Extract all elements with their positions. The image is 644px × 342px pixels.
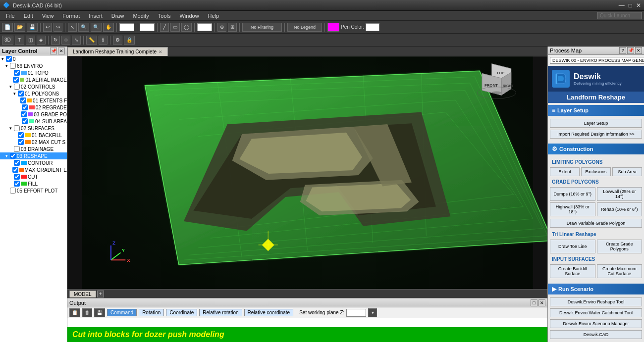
layer-setup-btn[interactable]: Layer Setup	[550, 119, 642, 128]
highwall-btn[interactable]: Highwall (33% or 18°)	[550, 202, 595, 216]
output-copy-btn[interactable]: 📋	[69, 308, 80, 317]
create-max-cut-btn[interactable]: Create Maximum Cut Surface	[597, 264, 643, 278]
minimize-btn[interactable]: —	[619, 2, 625, 9]
sub-area-btn[interactable]: Sub Area	[612, 167, 642, 176]
draw-line-btn[interactable]: ╱	[160, 23, 169, 32]
menu-format[interactable]: Format	[58, 12, 84, 20]
exclusions-btn[interactable]: Exclusions	[581, 167, 611, 176]
viewport-canvas[interactable]: X Y Z TOP FRONT RIGHT	[67, 56, 547, 289]
draw-circle-btn[interactable]: ◯	[181, 23, 192, 32]
tree-item-contour[interactable]: CONTOUR	[0, 159, 67, 166]
tree-check-01topo[interactable]	[14, 70, 20, 76]
maximize-btn[interactable]: □	[629, 2, 632, 9]
tree-item-05effort[interactable]: 05 EFFORT PLOT	[0, 187, 67, 194]
menu-view[interactable]: View	[38, 12, 58, 20]
output-tab-rotation[interactable]: Rotation	[139, 309, 164, 316]
tree-check-66enviro[interactable]	[10, 63, 16, 69]
output-tab-coordinate[interactable]: Coordinate	[166, 309, 197, 316]
tree-check-03grade[interactable]	[21, 111, 27, 117]
lock-btn[interactable]: 🔒	[124, 36, 135, 45]
filter-btn[interactable]: No Filtering	[242, 23, 282, 32]
tree-check-04subarea[interactable]	[22, 118, 28, 124]
draw-variable-grade-btn[interactable]: Draw Variable Grade Polygon	[550, 219, 642, 228]
menu-insert[interactable]: Insert	[85, 12, 107, 20]
tree-check-contour[interactable]	[14, 160, 20, 166]
tree-check-01extents[interactable]	[20, 98, 26, 103]
tree-item-root[interactable]: ▾ 0	[0, 55, 67, 62]
scenario-manager-btn[interactable]: Deswik.Enviro Scenario Manager	[550, 319, 642, 328]
tree-check-02maxcut[interactable]	[18, 139, 24, 145]
output-clear-btn[interactable]: 🗑	[82, 308, 92, 317]
tree-item-01backfill[interactable]: 01 BACKFILL	[0, 132, 67, 139]
output-header-btns[interactable]: □ ✕	[531, 299, 545, 306]
deswik-cad-btn[interactable]: Deswik.CAD	[550, 330, 642, 339]
output-save-btn[interactable]: 💾	[94, 308, 105, 317]
menu-window[interactable]: Window	[175, 12, 203, 20]
menu-tools[interactable]: Tools	[154, 12, 175, 20]
tree-item-01aerial[interactable]: 01 AERIAL IMAGE	[0, 76, 67, 83]
menu-draw[interactable]: Draw	[107, 12, 128, 20]
info-btn[interactable]: ℹ	[99, 36, 107, 45]
size-input-3[interactable]: 35	[197, 23, 212, 31]
open-btn[interactable]: 📂	[14, 23, 25, 32]
tree-item-cut[interactable]: CUT	[0, 173, 67, 180]
view-iso-btn[interactable]: ◈	[37, 36, 46, 45]
viewport-tab-close[interactable]: ✕	[159, 49, 162, 54]
working-plane-input[interactable]: 0.0	[346, 309, 366, 317]
rotate-btn[interactable]: ↻	[51, 36, 60, 45]
menu-file[interactable]: File	[2, 12, 19, 20]
create-backfill-btn[interactable]: Create Backfill Surface	[550, 264, 595, 278]
import-design-btn[interactable]: Import Required Design Information >>	[550, 130, 642, 139]
tree-check-01backfill[interactable]	[18, 132, 24, 138]
tree-check-root[interactable]	[6, 56, 12, 62]
tree-item-03drainage[interactable]: 03 DRAINAGE	[0, 146, 67, 152]
output-expand-btn[interactable]: □	[531, 299, 537, 306]
extent-btn[interactable]: Extent	[550, 167, 580, 176]
save-btn[interactable]: 💾	[27, 23, 38, 32]
dumps-btn[interactable]: Dumps (16% or 9°)	[550, 187, 595, 201]
view-front-btn[interactable]: ◫	[26, 36, 35, 45]
select-btn[interactable]: ↖	[68, 23, 77, 32]
tree-check-02regrade[interactable]	[22, 104, 28, 110]
view-3d-btn[interactable]: 3D	[2, 36, 13, 45]
tree-item-03reshape[interactable]: ▾ 03 RESHAPE	[0, 152, 67, 159]
working-plane-btn[interactable]: ▾	[368, 308, 377, 317]
move-btn[interactable]: ⊹	[61, 36, 70, 45]
quick-launch-input[interactable]	[597, 12, 642, 19]
process-help-btn[interactable]: ?	[619, 47, 626, 54]
tree-item-04subarea[interactable]: 04 SUB AREA	[0, 118, 67, 125]
tree-check-05effort[interactable]	[10, 188, 16, 194]
tree-check-01aerial[interactable]	[13, 77, 19, 83]
layer-control-btns[interactable]: 📌 ✕	[50, 48, 65, 54]
tree-check-03reshape[interactable]	[10, 153, 16, 159]
pan-btn[interactable]: ✋	[103, 23, 114, 32]
view-top-btn[interactable]: ⊤	[15, 36, 24, 45]
undo-btn[interactable]: ↩	[43, 23, 52, 32]
pen-color-input[interactable]: 205	[366, 23, 379, 31]
size-input-1[interactable]: 20	[119, 23, 134, 31]
legend-btn[interactable]: No Legend	[287, 23, 322, 32]
tree-check-cut[interactable]	[14, 174, 20, 180]
tree-check-02controls[interactable]	[14, 84, 20, 90]
tree-check-fill[interactable]	[14, 181, 20, 187]
draw-toe-line-btn[interactable]: Draw Toe Line	[550, 240, 595, 253]
tree-item-02maxcut[interactable]: 02 MAX CUT S	[0, 139, 67, 146]
tree-check-01polygons[interactable]	[18, 91, 24, 97]
snap-btn[interactable]: ⊕	[217, 23, 226, 32]
process-pin-btn[interactable]: 📌	[627, 47, 634, 54]
tree-check-03drainage[interactable]	[14, 146, 20, 152]
output-close-btn[interactable]: ✕	[538, 299, 545, 306]
tree-item-fill[interactable]: FILL	[0, 180, 67, 187]
output-tab-relative-coordinate[interactable]: Relative coordinate	[244, 309, 294, 316]
tree-item-66enviro[interactable]: ▾ 66 ENVIRO	[0, 62, 67, 69]
model-tab[interactable]: MODEL	[69, 291, 96, 297]
process-map-dropdown[interactable]: DESWIK 00 - ENVIRO PROCESS MAP GENERAL	[550, 57, 644, 64]
zoom-out-btn[interactable]: 🔍	[91, 23, 102, 32]
tree-item-02surfaces[interactable]: ▾ 02 SURFACES	[0, 125, 67, 132]
title-bar-controls[interactable]: — □ ✕	[619, 2, 641, 9]
size-input-2[interactable]: 20	[140, 23, 155, 31]
new-btn[interactable]: 📄	[2, 23, 13, 32]
lowwall-btn[interactable]: Lowwall (25% or 14°)	[597, 187, 643, 201]
output-tab-relative-rotation[interactable]: Relative rotation	[199, 309, 242, 316]
tree-item-01polygons[interactable]: ▾ 01 POLYGONS	[0, 90, 67, 97]
